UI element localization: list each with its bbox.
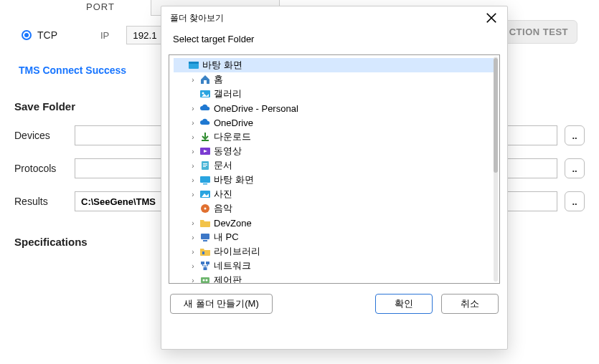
tree-item-label: OneDrive — [214, 118, 253, 128]
tree-item-label: 동영상 — [214, 145, 242, 158]
svg-rect-16 — [201, 234, 209, 239]
dialog-subtitle: Select target Folder — [161, 28, 507, 54]
svg-rect-20 — [206, 262, 209, 264]
svg-rect-10 — [203, 166, 206, 167]
svg-rect-2 — [204, 80, 207, 84]
svg-rect-17 — [203, 240, 207, 241]
expander-icon[interactable]: › — [188, 277, 198, 284]
tree-root-item[interactable]: › 바탕 화면 — [174, 58, 495, 72]
expander-icon[interactable]: › — [188, 234, 198, 241]
tree-item-label: 사진 — [214, 188, 232, 201]
tree-item-label: 홈 — [214, 73, 223, 86]
results-label: Results — [14, 196, 75, 207]
expander-icon[interactable]: › — [188, 262, 198, 270]
expander-icon[interactable]: › — [188, 76, 198, 84]
tree-item[interactable]: ›네트워크 — [185, 259, 495, 273]
svg-rect-8 — [203, 163, 207, 164]
cloud-icon — [199, 117, 211, 128]
svg-point-24 — [206, 279, 208, 282]
tree-item[interactable]: ›제어판 — [185, 273, 495, 284]
tree-item-label: 네트워크 — [214, 259, 251, 272]
tree-item[interactable]: ›음악 — [185, 201, 495, 216]
svg-rect-1 — [189, 62, 199, 64]
scrollbar[interactable] — [494, 57, 498, 282]
svg-point-23 — [203, 279, 205, 282]
action-test-button[interactable]: CTION TEST — [500, 20, 577, 44]
new-folder-button[interactable]: 새 폴더 만들기(M) — [170, 294, 273, 314]
svg-rect-12 — [203, 183, 207, 185]
tree-item-label: 문서 — [214, 159, 232, 172]
cloud-icon — [199, 102, 211, 114]
tree-item-label: 라이브러리 — [214, 245, 260, 258]
tree-item[interactable]: ›바탕 화면 — [185, 173, 495, 187]
tree-item-label: 제어판 — [214, 274, 242, 284]
tree-item-label: 바탕 화면 — [214, 173, 254, 186]
expander-icon[interactable]: › — [188, 148, 198, 155]
tree-item[interactable]: ›동영상 — [185, 144, 495, 158]
expander-icon[interactable]: › — [188, 105, 198, 112]
tree-item[interactable]: ›OneDrive — [185, 115, 495, 130]
home-icon — [199, 74, 211, 85]
tree-item-label: DevZone — [214, 218, 252, 229]
expander-icon[interactable]: › — [188, 191, 198, 198]
gallery-icon — [199, 88, 211, 100]
cancel-button[interactable]: 취소 — [441, 294, 499, 314]
ok-button[interactable]: 확인 — [375, 294, 433, 314]
tree-item-label: 갤러리 — [214, 87, 242, 100]
doc-icon — [199, 160, 211, 171]
video-icon — [199, 145, 211, 157]
tree-item[interactable]: ›내 PC — [185, 230, 495, 244]
tree-item[interactable]: ›갤러리 — [185, 87, 495, 101]
tree-item-label: 음악 — [214, 202, 232, 215]
devices-browse-button[interactable] — [565, 125, 585, 145]
tree-item[interactable]: ›라이브러리 — [185, 244, 495, 259]
results-browse-button[interactable] — [565, 191, 585, 211]
library-icon — [199, 246, 211, 257]
svg-rect-22 — [201, 277, 209, 283]
tree-item[interactable]: ›다운로드 — [185, 130, 495, 144]
folder-tree: › 바탕 화면 ›홈›갤러리›OneDrive - Personal›OneDr… — [169, 54, 500, 284]
expander-icon[interactable]: › — [188, 248, 198, 256]
tree-item-label: 바탕 화면 — [202, 59, 242, 72]
scrollbar-thumb[interactable] — [494, 58, 498, 173]
picture-icon — [199, 188, 211, 200]
folder-icon — [199, 217, 211, 229]
protocols-browse-button[interactable] — [565, 158, 585, 178]
svg-rect-11 — [200, 176, 210, 183]
tree-item[interactable]: ›문서 — [185, 158, 495, 173]
svg-rect-9 — [203, 165, 207, 166]
tcp-label: TCP — [37, 29, 57, 41]
network-icon — [199, 260, 211, 272]
tree-item-label: 내 PC — [214, 231, 239, 244]
control-icon — [199, 274, 211, 284]
download-icon — [199, 131, 211, 143]
folder-browse-dialog: 폴더 찾아보기 Select target Folder › 바탕 화면 ›홈›… — [161, 6, 508, 350]
tree-item-label: OneDrive - Personal — [214, 103, 298, 114]
svg-point-15 — [204, 208, 207, 210]
pc-icon — [199, 231, 211, 243]
tcp-radio[interactable] — [22, 30, 32, 40]
dialog-titlebar: 폴더 찾아보기 — [161, 6, 507, 28]
desktop-icon — [199, 174, 211, 186]
port-label: PORT — [86, 1, 115, 12]
tree-item[interactable]: ›OneDrive - Personal — [185, 101, 495, 115]
expander-icon[interactable]: › — [188, 162, 198, 170]
tree-item[interactable]: ›사진 — [185, 187, 495, 201]
devices-label: Devices — [14, 130, 75, 141]
svg-rect-18 — [202, 252, 204, 254]
protocols-label: Protocols — [14, 163, 75, 174]
svg-rect-21 — [204, 267, 207, 270]
expander-icon[interactable]: › — [188, 219, 198, 227]
tree-item-label: 다운로드 — [214, 130, 251, 143]
desktop-icon — [188, 59, 199, 71]
music-icon — [199, 203, 211, 214]
expander-icon[interactable]: › — [188, 119, 198, 127]
svg-point-4 — [202, 92, 204, 95]
tree-item[interactable]: ›DevZone — [185, 216, 495, 230]
tree-item[interactable]: ›홈 — [185, 72, 495, 87]
expander-icon[interactable]: › — [188, 176, 198, 184]
close-icon[interactable] — [484, 11, 499, 25]
ip-label: IP — [100, 30, 109, 41]
expander-icon[interactable]: › — [188, 133, 198, 141]
svg-rect-5 — [202, 140, 209, 141]
